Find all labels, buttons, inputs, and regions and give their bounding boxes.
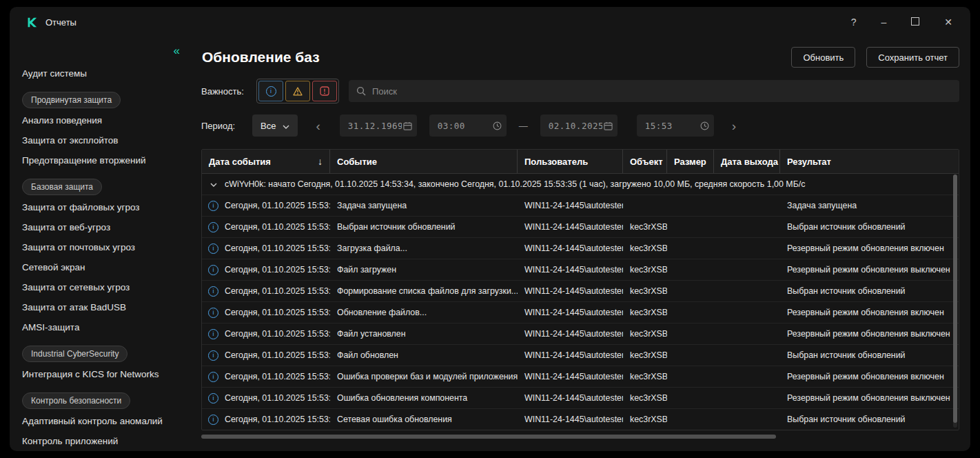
sidebar-item[interactable]: Базовая защита: [22, 179, 179, 195]
cell-size: [667, 217, 714, 237]
search-input[interactable]: [349, 80, 959, 102]
cell-event-date: Сегодня, 01.10.2025 15:53:34: [202, 388, 330, 408]
sidebar-item[interactable]: Продвинутая защита: [22, 92, 179, 108]
cell-size: [667, 195, 714, 216]
date-from-field[interactable]: [340, 114, 417, 137]
cell-result: Резервный режим обновления выключен: [780, 323, 959, 344]
calendar-icon: [604, 121, 613, 130]
sidebar-item[interactable]: Адаптивный контроль аномалий: [10, 411, 192, 431]
sidebar-item-label: Защита от эксплойтов: [22, 135, 119, 146]
table-row[interactable]: Сегодня, 01.10.2025 15:53:34 Формировани…: [202, 280, 959, 301]
table-row[interactable]: Сегодня, 01.10.2025 15:53:34 Загрузка фа…: [202, 237, 959, 259]
sidebar-item[interactable]: Защита от сетевых угроз: [10, 277, 192, 297]
time-to-input[interactable]: [644, 120, 700, 132]
horizontal-scrollbar-thumb[interactable]: [201, 435, 776, 439]
time-to-field[interactable]: [637, 114, 714, 137]
sidebar-item[interactable]: Защита от атак BadUSB: [10, 297, 192, 317]
cell-event: Ошибка обновления компонента: [330, 388, 518, 408]
cell-event: Ошибка проверки баз и модулей приложения: [330, 366, 518, 387]
column-header-event[interactable]: Событие: [330, 150, 518, 173]
time-from-input[interactable]: [436, 120, 493, 132]
maximize-icon[interactable]: [911, 17, 919, 27]
close-icon[interactable]: ✕: [944, 17, 952, 27]
date-to-input[interactable]: [547, 120, 604, 132]
sidebar-item[interactable]: Защита от эксплойтов: [10, 130, 192, 150]
time-from-field[interactable]: [429, 114, 507, 137]
sidebar-item-label: Адаптивный контроль аномалий: [22, 416, 163, 426]
table-row[interactable]: Сегодня, 01.10.2025 15:53:34 Файл загруж…: [202, 259, 959, 280]
cell-size: [667, 409, 714, 430]
sidebar-item-label: AMSI-защита: [22, 322, 79, 332]
severity-warning-button[interactable]: [285, 81, 310, 101]
cell-event: Файл загружен: [330, 259, 518, 280]
importance-filter-row: Важность:: [201, 79, 959, 103]
event-date-text: Сегодня, 01.10.2025 15:53:34: [225, 201, 330, 210]
sidebar-list: Аудит системы Продвинутая защита Анализ …: [10, 63, 192, 451]
sidebar-item[interactable]: Защита от веб-угроз: [10, 217, 192, 237]
horizontal-scrollbar: [201, 435, 958, 439]
cell-event: Загрузка файла...: [330, 238, 518, 259]
column-header-release-date[interactable]: Дата выхода: [714, 150, 780, 173]
collapse-sidebar-icon[interactable]: «: [174, 44, 179, 58]
sidebar-item[interactable]: Защита от файловых угроз: [10, 197, 192, 217]
cell-release-date: [714, 323, 780, 344]
table-row[interactable]: Сегодня, 01.10.2025 15:53:34 Обновление …: [202, 301, 959, 323]
date-to-field[interactable]: [540, 114, 617, 137]
info-icon: [208, 265, 218, 275]
cell-result: Задача запущена: [780, 195, 959, 216]
maximize-box: [911, 17, 919, 26]
period-next-icon[interactable]: ›: [725, 119, 743, 132]
cell-result: Резервный режим обновления включен: [780, 238, 959, 259]
cell-event: Файл установлен: [330, 323, 518, 344]
sidebar-item[interactable]: Анализ поведения: [10, 110, 192, 130]
table-row[interactable]: Сегодня, 01.10.2025 15:53:34 Ошибка пров…: [202, 366, 959, 387]
cell-release-date: [714, 302, 780, 323]
period-range-dropdown[interactable]: Все: [252, 114, 298, 137]
column-header-size[interactable]: Размер: [667, 150, 714, 173]
table-row[interactable]: Сегодня, 01.10.2025 15:53:34 Задача запу…: [202, 195, 959, 216]
sidebar-item[interactable]: Контроль приложений: [10, 431, 192, 451]
date-from-input[interactable]: [347, 120, 403, 132]
column-header-result[interactable]: Результат: [780, 150, 959, 173]
refresh-button[interactable]: Обновить: [791, 47, 855, 68]
column-header-event-date[interactable]: Дата события ↓: [202, 150, 330, 173]
sidebar-item[interactable]: Контроль безопасности: [22, 392, 179, 409]
severity-info-button[interactable]: [258, 81, 283, 101]
cell-event-date: Сегодня, 01.10.2025 15:53:34: [202, 323, 330, 344]
task-group-row[interactable]: cWiYvH0k: начато Сегодня, 01.10.2025 14:…: [202, 174, 959, 195]
column-header-user[interactable]: Пользователь: [518, 150, 623, 173]
severity-critical-button[interactable]: [312, 81, 337, 101]
column-header-object[interactable]: Объект: [623, 150, 667, 173]
sidebar-item[interactable]: Industrial CyberSecurity: [22, 346, 179, 362]
table-row[interactable]: Сегодня, 01.10.2025 15:53:34 Ошибка обно…: [202, 387, 959, 408]
sidebar-item-label: Защита от файловых угроз: [22, 202, 140, 212]
table-row[interactable]: Сегодня, 01.10.2025 15:53:34 Файл устано…: [202, 323, 959, 344]
table-row[interactable]: Сегодня, 01.10.2025 15:53:34 Сетевая оши…: [202, 408, 959, 430]
event-date-text: Сегодня, 01.10.2025 15:53:34: [225, 393, 330, 403]
sidebar-item-label: Базовая защита: [22, 179, 102, 195]
help-icon[interactable]: ?: [851, 17, 857, 27]
sidebar-item[interactable]: Сетевой экран: [10, 257, 192, 277]
cell-user: WIN11-24-1445\autotester: [518, 388, 623, 408]
sidebar-collapse-row: «: [10, 41, 192, 61]
period-prev-icon[interactable]: ‹: [309, 119, 327, 132]
table-row[interactable]: Сегодня, 01.10.2025 15:53:34 Файл обновл…: [202, 344, 959, 366]
cell-size: [667, 323, 714, 344]
cell-size: [667, 259, 714, 280]
cell-user: WIN11-24-1445\autotester: [518, 366, 623, 387]
sidebar-item[interactable]: AMSI-защита: [10, 317, 192, 337]
cell-object: kec3rXSB: [623, 323, 667, 344]
vertical-scrollbar-thumb[interactable]: [953, 175, 957, 423]
cell-size: [667, 388, 714, 408]
save-report-button[interactable]: Сохранить отчет: [866, 47, 959, 68]
search-icon: [356, 86, 366, 99]
sidebar-item[interactable]: Интеграция с KICS for Networks: [10, 364, 192, 384]
sidebar-item[interactable]: Защита от почтовых угроз: [10, 237, 192, 257]
minimize-icon[interactable]: –: [881, 17, 886, 27]
titlebar: Отчеты ? – ✕: [10, 7, 970, 37]
table-row[interactable]: Сегодня, 01.10.2025 15:53:34 Выбран исто…: [202, 216, 959, 237]
sidebar-item[interactable]: Аудит системы: [10, 63, 192, 83]
event-date-text: Сегодня, 01.10.2025 15:53:34: [225, 329, 330, 339]
sidebar-item[interactable]: Предотвращение вторжений: [10, 150, 192, 170]
period-label: Период:: [201, 121, 247, 131]
